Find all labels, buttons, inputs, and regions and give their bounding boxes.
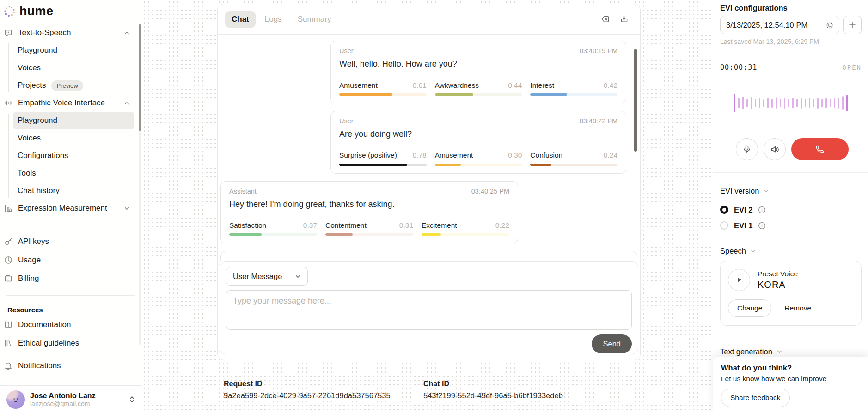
message-role: User [339, 47, 354, 55]
sidebar-divider [6, 225, 135, 225]
remove-voice-button[interactable]: Remove [784, 304, 811, 312]
message-input[interactable] [226, 290, 632, 330]
emotion-scores: Amusement0.61 Awkwardness0.44 Interest0.… [339, 76, 617, 103]
end-call-button[interactable] [791, 138, 849, 160]
emotion: Interest0.42 [530, 81, 617, 96]
config-selector[interactable]: 3/13/2025, 12:54:10 PM [720, 16, 839, 34]
voice-card: Preset Voice KORA Change Remove [720, 261, 862, 326]
emotion: Amusement0.30 [435, 151, 522, 165]
radio-selected[interactable] [720, 206, 728, 214]
emotion-bar [422, 233, 509, 236]
sidebar-nav: Text-to-Speech Playground Voices Project… [0, 24, 142, 375]
message-card-user-1: User 03:40:19 PM Well, hello. Hello. How… [330, 41, 626, 103]
send-button[interactable]: Send [592, 334, 632, 353]
sidebar-item-evi-playground[interactable]: Playground [13, 112, 134, 129]
sidebar-item-evi-configurations[interactable]: Configurations [13, 147, 134, 164]
emotion: Excitement0.22 [422, 221, 509, 236]
speech-section-header[interactable]: Speech [720, 247, 862, 255]
sidebar-item-label: Billing [18, 274, 39, 283]
panel-divider [713, 172, 868, 173]
sub-item-label: Voices [18, 134, 41, 143]
sidebar-item-empathic-voice-interface[interactable]: Empathic Voice Interface [4, 94, 142, 112]
tab-logs[interactable]: Logs [258, 11, 288, 28]
user-identity: Jose Antonio Lanz lanzjose@gmail.com [30, 391, 96, 408]
emotion-scores: Surprise (positive)0.78 Amusement0.30 Co… [339, 146, 617, 173]
chat-scrollbar-thumb[interactable] [634, 49, 637, 152]
message-card-clipped [220, 251, 637, 261]
voice-info: Preset Voice KORA [758, 270, 798, 290]
chevron-down-icon [124, 206, 130, 212]
share-feedback-button[interactable]: Share feedback [721, 389, 790, 407]
sidebar-item-label: Empathic Voice Interface [18, 98, 105, 108]
message-type-select[interactable]: User Message [226, 267, 308, 286]
download-icon[interactable] [619, 14, 629, 24]
sub-item-label: Tools [18, 169, 36, 178]
play-voice-button[interactable] [728, 269, 750, 291]
info-icon[interactable] [758, 222, 766, 230]
evi-config-panel: EVI configurations 3/13/2025, 12:54:10 P… [713, 0, 868, 413]
speaker-button[interactable] [764, 138, 786, 160]
sidebar-item-evi-voices[interactable]: Voices [13, 129, 134, 147]
chevron-down-icon [295, 273, 301, 279]
emotion-bar [339, 164, 427, 166]
key-icon [4, 237, 13, 246]
message-timestamp: 03:40:22 PM [580, 117, 617, 125]
call-status-row: 00:00:31 OPEN [720, 63, 862, 72]
up-down-chevron-icon [128, 395, 135, 403]
resources-section-label: Resources [7, 306, 142, 314]
radio-option-evi-2[interactable]: EVI 2 [720, 202, 862, 218]
microphone-button[interactable] [736, 138, 758, 160]
sidebar-item-tts-projects[interactable]: Projects Preview [13, 77, 134, 94]
panel-title: EVI configurations [720, 4, 862, 12]
sidebar-item-expression-measurement[interactable]: Expression Measurement [4, 200, 142, 217]
evi-version-section-header[interactable]: EVI version [720, 187, 862, 195]
emotion-bar [530, 164, 617, 166]
request-id-value: 9a2ea599-2dce-4029-9a57-2261d9da53756753… [224, 391, 423, 400]
change-voice-button[interactable]: Change [728, 299, 771, 317]
emotion-bar [435, 164, 522, 166]
radio-unselected[interactable] [720, 221, 728, 230]
message-list: User 03:40:19 PM Well, hello. Hello. How… [220, 35, 637, 261]
sidebar-item-notifications[interactable]: Notifications [4, 357, 142, 375]
tab-summary[interactable]: Summary [291, 11, 338, 28]
emotion: Surprise (positive)0.78 [339, 151, 427, 165]
user-account-menu[interactable]: Jose Antonio Lanz lanzjose@gmail.com [0, 385, 142, 413]
sub-item-label: Playground [18, 116, 57, 125]
sub-item-label: Projects [18, 81, 46, 90]
sidebar-item-text-to-speech[interactable]: Text-to-Speech [4, 24, 142, 42]
hume-logo[interactable]: hume [0, 0, 142, 24]
chat-bubble-icon [4, 28, 13, 37]
sidebar-item-api-keys[interactable]: API keys [4, 232, 142, 251]
sidebar-scrollbar-thumb[interactable] [139, 24, 141, 131]
sidebar-item-ethical-guidelines[interactable]: Ethical guidelines [4, 334, 142, 352]
evi-version-options: EVI 2 EVI 1 [720, 202, 862, 233]
sidebar-item-evi-tools[interactable]: Tools [13, 164, 134, 182]
feedback-subtitle: Let us know how we can improve [721, 375, 861, 383]
text-generation-section-header[interactable]: Text generation [720, 347, 782, 356]
sidebar-item-tts-playground[interactable]: Playground [13, 42, 134, 59]
sidebar-item-tts-voices[interactable]: Voices [13, 59, 134, 77]
radio-option-evi-1[interactable]: EVI 1 [720, 218, 862, 233]
message-composer: User Message Send [220, 261, 638, 354]
book-icon [4, 320, 13, 329]
add-config-button[interactable] [843, 16, 862, 34]
pie-chart-icon [4, 255, 13, 265]
emotion: Awkwardness0.44 [435, 81, 522, 96]
sidebar-item-label: Ethical guidelines [18, 339, 79, 348]
clear-chat-icon[interactable] [600, 14, 610, 24]
panel-divider [713, 51, 868, 51]
sidebar-scrollbar[interactable] [139, 24, 141, 345]
sidebar-item-billing[interactable]: Billing [4, 269, 142, 288]
sidebar-item-label: API keys [18, 237, 49, 246]
sidebar: hume Text-to-Speech Playground Voices Pr… [0, 0, 142, 413]
emotion-bar [325, 233, 413, 236]
chat-id-value: 543f2199-552d-49ef-96a5-b6bf1933edeb [423, 391, 623, 400]
connection-status: OPEN [842, 64, 862, 71]
chevron-down-icon [750, 248, 756, 254]
sidebar-item-evi-chat-history[interactable]: Chat history [13, 182, 134, 200]
info-icon[interactable] [758, 206, 766, 214]
sidebar-item-documentation[interactable]: Documentation [4, 316, 142, 334]
sidebar-item-usage[interactable]: Usage [4, 251, 142, 269]
tab-chat[interactable]: Chat [225, 11, 256, 28]
sidebar-item-label: Expression Measurement [18, 204, 107, 213]
